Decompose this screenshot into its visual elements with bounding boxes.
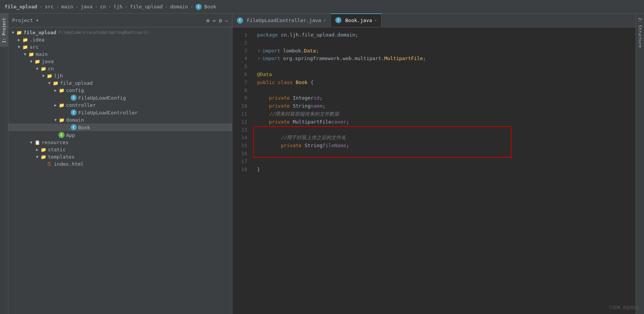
tab-fileuploadcontroller[interactable]: C FileUpLoadController.java ✕ [232, 14, 331, 27]
tab-close-fileuploadcontroller[interactable]: ✕ [324, 18, 326, 23]
code-line-14: //用于封装上传之后的文件名 [257, 134, 636, 142]
breadcrumb: file_upload › src › main › java › cn › l… [0, 0, 644, 14]
expand-arrow[interactable] [28, 140, 34, 144]
structure-tab[interactable]: Z: Structure [636, 14, 644, 51]
folder-icon: 📋 [34, 140, 40, 145]
code-line-16 [257, 150, 636, 158]
tree-label: index.html [54, 161, 84, 167]
project-panel-title: Project ▾ [12, 17, 203, 23]
tree-label: config [66, 87, 84, 93]
code-line-8 [257, 87, 636, 95]
tree-item-src[interactable]: 📁 src [8, 43, 232, 51]
folder-icon: 📁 [52, 81, 58, 86]
class-icon: C [71, 124, 77, 130]
expand-arrow[interactable] [22, 52, 28, 56]
tree-label: FileUpLoadConfig [78, 95, 126, 101]
code-line-10: private String name; [257, 102, 636, 110]
tab-book[interactable]: C Book.java ✕ [331, 13, 382, 27]
code-line-12: private MultipartFile cover; [257, 118, 636, 126]
code-line-4: ⊢ import org.springframework.web.multipa… [257, 55, 636, 63]
folder-icon: 📁 [34, 59, 40, 64]
folder-icon: 📁 [28, 52, 34, 57]
tree-item-config[interactable]: 📁 config [8, 87, 232, 94]
tree-label: domain [66, 117, 84, 123]
code-content: package cn.ljh.file_upload.domain; ⊢ imp… [253, 31, 636, 310]
code-line-5 [257, 63, 636, 71]
tree-item-controller[interactable]: 📁 controller [8, 101, 232, 109]
tree-item-java[interactable]: 📁 java [8, 58, 232, 65]
tab-close-book[interactable]: ✕ [374, 18, 377, 23]
settings-icon[interactable]: ⚙ [219, 17, 222, 24]
tree-label: Book [78, 125, 90, 130]
folder-icon: 📁 [40, 154, 46, 160]
folder-icon: 📁 [40, 66, 46, 71]
watermark: CSDN @金刚狼 [609, 304, 639, 311]
code-line-11: //用来封装前端传来的文件数据 [257, 110, 636, 118]
tree-item-book[interactable]: C Book [8, 124, 232, 131]
line-numbers: 1 2 3 4 5 6 7 8 9 10 11 12 13 14 15 16 1… [232, 31, 253, 310]
code-line-9: private Integer id; [257, 94, 636, 102]
code-line-1: package cn.ljh.file_upload.domain; [257, 31, 636, 39]
tree-label: cn [48, 66, 54, 71]
tree-item-indexhtml[interactable]: 🗒 index.html [8, 160, 232, 168]
tree-item-idea[interactable]: 📁 .idea [8, 36, 232, 43]
right-tabs: Z: Structure [636, 14, 644, 314]
folder-icon: 📁 [16, 30, 22, 35]
code-line-3: ⊢ import lombok.Data; [257, 47, 636, 55]
class-icon: C [71, 95, 77, 101]
html-icon: 🗒 [46, 162, 52, 167]
sidebar-tab-project[interactable]: 1: Project [0, 14, 8, 47]
expand-arrow[interactable] [16, 38, 22, 42]
locate-icon[interactable]: ⊕ [206, 17, 209, 24]
expand-arrow[interactable] [40, 74, 46, 78]
code-line-2 [257, 39, 636, 47]
code-line-6: @Data [257, 71, 636, 79]
expand-arrow[interactable] [34, 147, 40, 152]
expand-arrow[interactable] [46, 81, 52, 85]
tree-label: templates [48, 154, 74, 160]
tree-label: .idea [30, 37, 44, 43]
fold-marker-3[interactable]: ⊢ [257, 47, 262, 55]
tree-item-static[interactable]: 📁 static [8, 146, 232, 153]
tree-item-resources[interactable]: 📋 resources [8, 139, 232, 146]
expand-arrow[interactable] [52, 88, 58, 92]
tree-item-fileuploadconfig[interactable]: C FileUpLoadConfig [8, 94, 232, 101]
tree-item-templates[interactable]: 📁 templates [8, 153, 232, 160]
tree-label: FileUpLoadController [78, 110, 138, 116]
tree-path: F:\myCode\crazyCode\SpringBoot\sprir [58, 30, 149, 35]
expand-arrow[interactable] [16, 45, 22, 49]
expand-arrow[interactable] [34, 155, 40, 159]
minimize-icon[interactable]: — [225, 17, 228, 24]
fold-marker-4[interactable]: ⊢ [257, 55, 262, 63]
tree-item-ljh[interactable]: 📁 ljh [8, 72, 232, 79]
code-line-15: private String fileName; [257, 142, 636, 150]
tree-item-main[interactable]: 📁 main [8, 51, 232, 58]
expand-arrow[interactable] [52, 118, 58, 122]
tab-label: Book.java [345, 17, 372, 23]
tree-label: file_upload [60, 80, 93, 86]
tree-item-fileuploadcontroller[interactable]: C FileUpLoadController [8, 109, 232, 116]
expand-arrow[interactable] [10, 30, 16, 35]
code-line-18: } [257, 166, 636, 174]
tree-label: App [66, 132, 75, 138]
editor-area: C FileUpLoadController.java ✕ C Book.jav… [232, 14, 636, 314]
tree-item-cn[interactable]: 📁 cn [8, 65, 232, 72]
tree-item-domain[interactable]: 📁 domain [8, 116, 232, 124]
tree-item-file-upload-pkg[interactable]: 📁 file_upload [8, 79, 232, 87]
collapse-icon[interactable]: ⇔ [213, 17, 216, 24]
folder-icon: 📁 [58, 117, 65, 123]
expand-arrow[interactable] [52, 103, 58, 107]
tree-item-app[interactable]: C App [8, 131, 232, 139]
tree-label: main [36, 51, 47, 57]
expand-arrow[interactable] [28, 59, 34, 63]
breadcrumb-root[interactable]: file_upload [5, 4, 37, 10]
tab-class-icon: C [237, 17, 243, 24]
class-icon-green: C [58, 132, 65, 138]
tab-class-icon: C [335, 17, 341, 23]
folder-icon: 📁 [46, 73, 52, 79]
project-tree: 📁 file_upload F:\myCode\crazyCode\Spring… [8, 27, 232, 314]
code-editor: 1 2 3 4 5 6 7 8 9 10 11 12 13 14 15 16 1… [232, 27, 636, 314]
expand-arrow[interactable] [34, 67, 40, 71]
tree-item-file-upload-root[interactable]: 📁 file_upload F:\myCode\crazyCode\Spring… [8, 29, 232, 36]
folder-icon: 📁 [58, 103, 65, 108]
